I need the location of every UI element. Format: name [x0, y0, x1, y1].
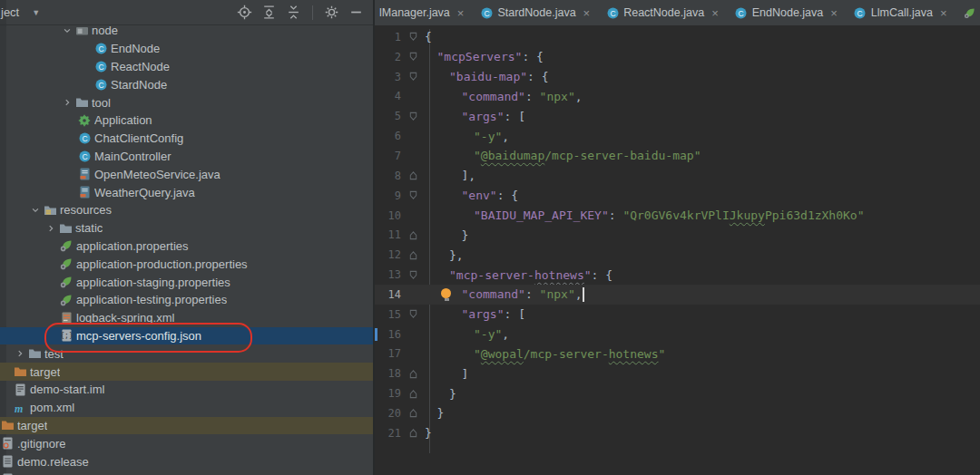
tree-item-node[interactable]: node [0, 22, 373, 40]
editor-line-3[interactable]: 3"baidu-map": { [375, 67, 980, 87]
editor-line-18[interactable]: 18] [375, 364, 980, 383]
line-number[interactable]: 18 [375, 367, 401, 380]
editor-line-4[interactable]: 4"command": "npx", [375, 87, 980, 107]
tab-applicati[interactable]: applicati [956, 0, 980, 25]
code-text[interactable]: "args": [ [425, 307, 525, 321]
fold-close-icon[interactable] [401, 369, 425, 379]
fold-close-icon[interactable] [401, 230, 425, 240]
line-number[interactable]: 20 [375, 407, 401, 420]
editor-line-21[interactable]: 21} [375, 423, 980, 443]
expand-all-icon[interactable] [261, 5, 277, 20]
tree-item-WeatherQuery.java[interactable]: WeatherQuery.java [0, 183, 373, 201]
editor[interactable]: 1{2"mcpServers": {3"baidu-map": {4"comma… [375, 25, 980, 475]
editor-line-19[interactable]: 19} [375, 383, 980, 403]
tab-EndNode.java[interactable]: CEndNode.java× [727, 0, 846, 25]
minus-icon[interactable] [348, 5, 364, 20]
editor-line-11[interactable]: 11} [375, 225, 980, 245]
fold-open-icon[interactable] [401, 270, 425, 280]
editor-line-5[interactable]: 5"args": [ [375, 106, 980, 126]
tree-item-pom.xml[interactable]: mpom.xml [0, 399, 373, 417]
fold-close-icon[interactable] [401, 428, 425, 438]
editor-line-10[interactable]: 10"BAIDU_MAP_API_KEY": "Qr0GV6v4krVPlIJk… [375, 206, 980, 226]
fold-open-icon[interactable] [401, 190, 425, 200]
editor-line-15[interactable]: 15"args": [ [375, 305, 980, 325]
code-text[interactable]: "env": { [425, 189, 518, 202]
editor-line-17[interactable]: 17"@wopal/mcp-server-hotnews" [375, 344, 980, 364]
tree-item-StardNode[interactable]: CStardNode [0, 75, 373, 93]
line-number[interactable]: 6 [375, 130, 401, 142]
fold-open-icon[interactable] [401, 52, 425, 62]
tree-item-static[interactable]: static [0, 219, 373, 238]
tree-item-partial[interactable] [0, 470, 373, 475]
line-number[interactable]: 11 [375, 228, 401, 241]
collapse-all-icon[interactable] [286, 5, 301, 20]
chevron-down-icon[interactable] [28, 206, 43, 215]
line-number[interactable]: 13 [375, 268, 401, 281]
fold-open-icon[interactable] [401, 72, 425, 82]
code-text[interactable]: "command": "npx", [425, 90, 583, 103]
editor-line-12[interactable]: 12}, [375, 245, 980, 265]
code-text[interactable]: }, [425, 248, 464, 262]
chevron-down-icon[interactable] [60, 26, 74, 35]
tree-item-resources[interactable]: resources [0, 201, 373, 219]
editor-line-8[interactable]: 8], [375, 166, 980, 186]
fold-close-icon[interactable] [401, 408, 425, 418]
tree-item-tool[interactable]: tool [0, 93, 373, 111]
code-text[interactable]: "args": [ [425, 110, 525, 123]
line-number[interactable]: 15 [375, 308, 401, 321]
tree-item-ChatClientConfig[interactable]: CChatClientConfig [0, 130, 373, 148]
intention-bulb-icon[interactable] [441, 288, 452, 301]
code-text[interactable]: "@wopal/mcp-server-hotnews" [425, 347, 665, 361]
tree-item-MainController[interactable]: CMainController [0, 148, 373, 166]
line-number[interactable]: 8 [375, 170, 401, 182]
chevron-down-icon[interactable]: ▼ [32, 8, 40, 17]
locate-icon[interactable] [237, 5, 252, 20]
line-number[interactable]: 10 [375, 209, 401, 222]
editor-line-6[interactable]: 6"-y", [375, 126, 980, 146]
editor-line-20[interactable]: 20} [375, 403, 980, 423]
chevron-right-icon[interactable] [44, 224, 58, 233]
tree-item-Application[interactable]: Application [0, 111, 373, 130]
tab-close-icon[interactable]: × [830, 7, 838, 19]
line-number[interactable]: 9 [375, 189, 401, 202]
chevron-right-icon[interactable] [60, 98, 74, 107]
code-text[interactable]: "BAIDU_MAP_API_KEY": "Qr0GV6v4krVPlIJkup… [425, 208, 865, 222]
tree-item-demo-start.iml[interactable]: demo-start.iml [0, 381, 373, 399]
tab-close-icon[interactable]: × [711, 7, 719, 19]
tree-item-target[interactable]: target [0, 417, 373, 435]
tree-item-ReactNode[interactable]: CReactNode [0, 58, 373, 76]
tab-close-icon[interactable]: × [457, 7, 465, 19]
fold-open-icon[interactable] [401, 111, 425, 121]
line-number[interactable]: 7 [375, 150, 401, 162]
line-number[interactable]: 3 [375, 71, 401, 83]
fold-close-icon[interactable] [401, 170, 425, 180]
fold-close-icon[interactable] [401, 250, 425, 260]
tab-ReactNode.java[interactable]: CReactNode.java× [598, 0, 727, 25]
project-panel-title[interactable]: ject [1, 5, 19, 19]
code-text[interactable]: "mcp-server-hotnews": { [425, 268, 612, 282]
editor-line-14[interactable]: 14"command": "npx", [375, 285, 980, 305]
line-number[interactable]: 16 [375, 328, 401, 341]
tree-item-application-staging.properties[interactable]: application-staging.properties [0, 273, 373, 291]
line-number[interactable]: 5 [375, 110, 401, 122]
fold-open-icon[interactable] [401, 309, 425, 319]
tab-close-icon[interactable]: × [583, 7, 591, 19]
tree-item-logback-spring.xml[interactable]: logback-spring.xml [0, 309, 373, 327]
tab-close-icon[interactable]: × [940, 7, 947, 19]
tree-item-.gitignore[interactable]: .gitignore [0, 434, 373, 452]
editor-line-16[interactable]: 16"-y", [375, 325, 980, 344]
line-number[interactable]: 21 [375, 427, 401, 440]
code-text[interactable]: } [425, 406, 444, 420]
code-text[interactable]: ] [425, 367, 468, 381]
editor-line-2[interactable]: 2"mcpServers": { [375, 47, 980, 67]
gear-icon[interactable] [324, 5, 339, 20]
editor-line-13[interactable]: 13"mcp-server-hotnews": { [375, 265, 980, 285]
line-number[interactable]: 2 [375, 51, 401, 63]
line-number[interactable]: 14 [375, 288, 401, 301]
tree-item-target[interactable]: target [0, 363, 373, 381]
code-text[interactable]: "@baidumap/mcp-server-baidu-map" [425, 149, 701, 162]
line-number[interactable]: 12 [375, 248, 401, 261]
tree-item-test[interactable]: test [0, 344, 373, 363]
tree-item-application.properties[interactable]: application.properties [0, 238, 373, 256]
code-text[interactable]: "-y", [425, 130, 509, 143]
